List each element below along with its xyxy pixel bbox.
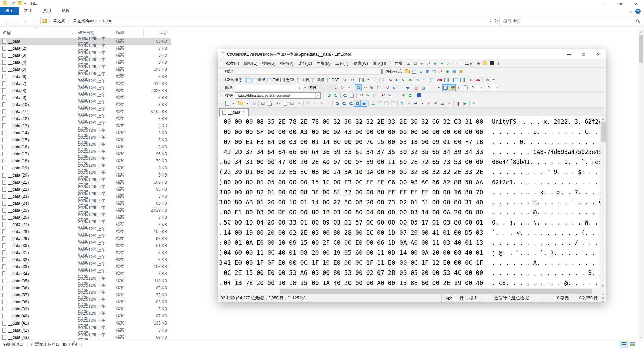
search-wildcard-icon[interactable]: ✳ — [400, 92, 407, 99]
filter-down-dd[interactable]: ▾ — [436, 84, 442, 91]
menu-item[interactable]: 編輯(E) — [241, 60, 260, 67]
editor-hscroll-thumb[interactable] — [280, 289, 592, 294]
cut-icon[interactable]: ✂ — [275, 100, 282, 107]
column-header-date[interactable]: 修改日期 — [75, 29, 113, 37]
sort-lines-down-icon[interactable]: ≡↓ — [414, 77, 421, 83]
plugin-openfolder-icon[interactable]: ▣ — [424, 68, 431, 75]
tool-browser-icon[interactable]: e — [475, 60, 482, 67]
search-next-icon[interactable]: ↻ — [333, 92, 339, 99]
editor-scroll-down-icon[interactable]: ∨ — [600, 283, 606, 288]
search-regex-icon[interactable]: .+? — [358, 92, 364, 99]
filter-toolbar-toggle-icon[interactable] — [361, 100, 367, 107]
search-go-icon[interactable]: → — [425, 92, 432, 99]
help-icon[interactable]: ? — [635, 9, 641, 14]
filter-minus-icon[interactable]: — — [397, 84, 404, 91]
emeditor-close-button[interactable]: ✕ — [591, 49, 606, 59]
filter-range-icon[interactable]: [,] — [375, 84, 382, 91]
pencil-icon[interactable]: ✎ — [471, 100, 477, 107]
marks-icon[interactable]: ¶ — [399, 100, 406, 107]
tool-console-icon[interactable] — [488, 60, 495, 67]
thumbnail-view-button[interactable] — [629, 341, 637, 348]
macro-sum-icon[interactable]: Σ — [405, 60, 412, 67]
plugin-snippet-icon[interactable]: ▤ — [451, 68, 458, 75]
filter-cursor-icon[interactable]: ▻ — [456, 84, 463, 91]
back-button[interactable]: ← — [3, 17, 11, 25]
find-next-icon[interactable] — [340, 100, 347, 107]
plugin-explorer-icon[interactable] — [404, 68, 411, 75]
caret-position-status[interactable]: 行 1, 欄 1 — [456, 294, 487, 302]
syntax-check2-icon[interactable]: ✔ — [432, 100, 439, 107]
filter-clear-icon[interactable]: ✕ — [346, 84, 353, 91]
menu-item[interactable]: 視窗(W) — [351, 60, 370, 67]
refresh-icon[interactable]: ↻ — [494, 18, 498, 23]
search-range-icon[interactable]: [,] — [371, 92, 378, 99]
csv-item-tab[interactable]: Tab — [266, 77, 280, 83]
search-case-icon[interactable]: Aª — [380, 92, 387, 99]
csv-standard-button[interactable] — [245, 77, 251, 83]
macro-globe-icon[interactable]: ● — [438, 60, 445, 67]
filter-lock-icon[interactable] — [449, 84, 456, 91]
tab-close-icon[interactable]: ✕ — [243, 110, 246, 115]
search-escape-icon[interactable]: \n — [364, 92, 371, 99]
filter-mode-select[interactable]: 整行∨ — [308, 85, 338, 91]
csv-item-semicolon[interactable]: 分號 — [280, 77, 295, 83]
find-extract-icon[interactable] — [354, 100, 361, 107]
filter-negative-icon[interactable] — [404, 84, 411, 91]
ruler-dd[interactable]: ▾ — [490, 77, 497, 83]
editor-scroll-right-icon[interactable]: › — [600, 290, 606, 293]
table1-icon[interactable] — [452, 77, 459, 83]
macro-overflow-icon[interactable]: » — [452, 60, 459, 67]
editor-vscroll-thumb[interactable] — [601, 122, 606, 142]
csv-item-pipe[interactable]: 管線 — [310, 77, 325, 83]
menu-item[interactable]: 搜尋(S) — [260, 60, 278, 67]
quick-access-chevron-icon[interactable]: ▾ — [24, 2, 26, 6]
resize-grip[interactable] — [601, 294, 606, 302]
view-mode-status[interactable]: 二進位(十六進位檢視) — [487, 294, 538, 302]
sort-lines-up-icon[interactable]: ≡↑ — [421, 77, 427, 83]
sort-za-icon[interactable]: Z↓ — [394, 77, 400, 83]
ribbon-tab-home[interactable]: 常用 — [19, 7, 38, 15]
num-eq-icon[interactable]: 1= — [468, 77, 475, 83]
table-rotate-icon[interactable] — [459, 77, 466, 83]
menu-item[interactable]: 檢視(V) — [278, 60, 296, 67]
copy-icon[interactable] — [282, 100, 289, 107]
editor-vscrollbar[interactable]: ∧ ∨ — [600, 116, 606, 288]
ribbon-tab-share[interactable]: 共用 — [38, 7, 56, 15]
filter-magnifier-icon[interactable] — [355, 84, 362, 91]
csv-column-dd[interactable]: ▾ — [365, 77, 371, 83]
macro-cursor-icon[interactable]: ▻ — [445, 60, 452, 67]
record-macro-icon[interactable]: ▮ — [455, 100, 462, 107]
filter-input[interactable]: ∨ — [235, 85, 302, 91]
breadcrumb-item[interactable]: 星之翼Spine — [72, 17, 97, 24]
document-tab[interactable]: __data ✕ — [219, 108, 249, 116]
menu-item[interactable]: 工具(T) — [333, 60, 351, 67]
column-header-name[interactable]: 名稱 ⌃ ⌄ — [0, 29, 75, 37]
filter-overflow-icon[interactable]: » — [304, 86, 306, 89]
filter-column-to-select[interactable]: 0∨ — [486, 85, 500, 91]
quick-access-folder-icon[interactable] — [18, 2, 22, 5]
filter-column-icon[interactable] — [442, 84, 449, 91]
abc-sort-icon[interactable]: Abc — [436, 77, 443, 83]
csv-mode-icon[interactable]: ≣ — [370, 100, 376, 107]
grid-123-icon[interactable] — [443, 77, 450, 83]
breadcrumb-item[interactable]: data — [102, 18, 112, 24]
sort-90-icon[interactable]: 9↓ — [407, 77, 414, 83]
filter-refresh-icon[interactable]: ↻ — [339, 84, 346, 91]
filter-doc-red-icon[interactable]: ▤ — [413, 84, 420, 91]
macro-check-icon[interactable]: ☑ — [412, 60, 418, 67]
ribbon-tab-file[interactable]: 檔案 — [0, 7, 19, 15]
close-button[interactable]: ✕ — [629, 0, 644, 7]
recent-locations-icon[interactable]: ∨ — [21, 17, 30, 25]
filter-column-from-select[interactable]: 0∨ — [470, 85, 484, 91]
plugin-grid-icon[interactable] — [411, 68, 417, 75]
paste-dd[interactable]: ▾ — [296, 100, 302, 107]
encoding-status[interactable]: Text — [442, 294, 456, 302]
checkbox-dd[interactable]: ▾ — [446, 100, 452, 107]
find-prev-icon[interactable] — [347, 100, 354, 107]
emeditor-minimize-button[interactable]: — — [561, 49, 576, 59]
restore-button[interactable]: ▭ — [613, 0, 629, 7]
wrap-dd[interactable]: ▾ — [419, 100, 426, 107]
search-query-input[interactable]: https://blhxstatic.yo-star.com/ios/∨ — [235, 92, 321, 99]
scroll-down-icon[interactable]: ∨ — [638, 335, 644, 340]
plugin-wordcomplete-icon[interactable]: ▦ — [458, 68, 464, 75]
